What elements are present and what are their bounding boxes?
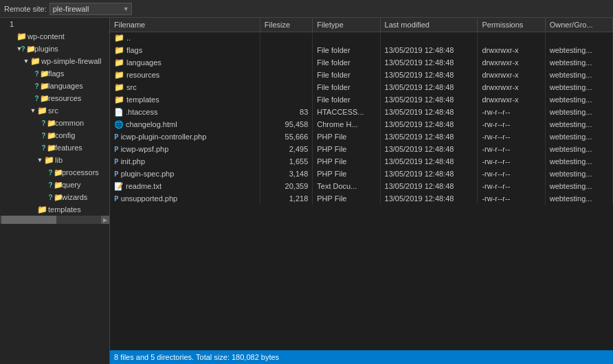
column-header-last-modified[interactable]: Last modified	[380, 18, 478, 32]
file-modified-cell: 13/05/2019 12:48:48	[380, 180, 478, 192]
file-type-cell: File folder	[313, 81, 380, 93]
folder-q-icon: ? 📁	[44, 130, 54, 140]
file-size-cell	[260, 44, 312, 56]
file-owner-cell: webtesting...	[545, 69, 612, 81]
folder-q-icon: ? 📁	[37, 93, 47, 103]
file-name-label: changelog.html	[126, 120, 177, 128]
file-name-label: languages	[126, 58, 161, 67]
status-text: 8 files and 5 directories. Total size: 1…	[114, 353, 279, 361]
file-size-cell	[260, 56, 312, 69]
column-header-filename[interactable]: Filename	[110, 18, 260, 32]
table-row[interactable]: Picwp-wpsf.php2,495PHP File13/05/2019 12…	[110, 143, 613, 155]
top-bar: Remote site: ple-firewall ▼	[0, 0, 613, 18]
folder-icon: 📁	[114, 95, 124, 104]
file-table: FilenameFilesizeFiletypeLast modifiedPer…	[110, 18, 613, 205]
file-tree-panel: 1 📁 wp-content ▼ ? 📁 plugins ▼ 📁 wp-simp…	[0, 18, 110, 364]
tree-item-query[interactable]: ? 📁 query	[0, 179, 109, 191]
table-row[interactable]: 📁languagesFile folder13/05/2019 12:48:48…	[110, 56, 613, 69]
file-owner-cell: webtesting...	[545, 44, 612, 56]
file-size-cell: 3,148	[260, 168, 312, 180]
file-name-cell: 📁resources	[110, 69, 260, 81]
file-type-cell: PHP File	[313, 130, 380, 143]
tree-item-common[interactable]: ? 📁 common	[0, 117, 109, 129]
file-permissions-cell: -rw-r--r--	[478, 118, 545, 130]
tree-item-flags[interactable]: ? 📁 flags	[0, 67, 109, 80]
column-header-owner-gro---[interactable]: Owner/Gro...	[545, 18, 612, 32]
table-row[interactable]: 📄.htaccess83HTACCESS...13/05/2019 12:48:…	[110, 106, 613, 118]
tree-item-features[interactable]: ? 📁 features	[0, 141, 109, 154]
file-owner-cell: webtesting...	[545, 168, 612, 180]
tree-item-resources[interactable]: ? 📁 resources	[0, 92, 109, 104]
folder-q-icon: ? 📁	[51, 180, 60, 190]
table-row[interactable]: 🌐changelog.html95,458Chrome H...13/05/20…	[110, 118, 613, 130]
file-owner-cell: webtesting...	[545, 143, 612, 155]
table-row[interactable]: 📁srcFile folder13/05/2019 12:48:48drwxrw…	[110, 81, 613, 93]
tree-toggle-collapse[interactable]: ▼	[29, 106, 37, 115]
tree-item-config[interactable]: ? 📁 config	[0, 129, 109, 141]
file-owner-cell: webtesting...	[545, 106, 612, 118]
folder-icon: 📁	[114, 82, 124, 92]
file-modified-cell: 13/05/2019 12:48:48	[380, 44, 478, 56]
folder-icon: 📁	[114, 33, 124, 43]
table-row[interactable]: 📁..	[110, 32, 613, 44]
file-name-cell: 📝readme.txt	[110, 180, 260, 192]
table-row[interactable]: Pinit.php1,655PHP File13/05/2019 12:48:4…	[110, 155, 613, 168]
folder-q-icon: ? 📁	[51, 168, 60, 177]
table-row[interactable]: 📁resourcesFile folder13/05/2019 12:48:48…	[110, 69, 613, 81]
file-type-cell: File folder	[313, 69, 380, 81]
column-header-permissions[interactable]: Permissions	[478, 18, 545, 32]
folder-q-icon: ? 📁	[37, 69, 47, 78]
column-header-filetype[interactable]: Filetype	[313, 18, 380, 32]
file-scroll-area[interactable]: FilenameFilesizeFiletypeLast modifiedPer…	[110, 18, 613, 350]
file-type-cell: Text Docu...	[313, 180, 380, 192]
file-size-cell: 95,458	[260, 118, 312, 130]
tree-toggle-collapse[interactable]: ▼	[36, 156, 44, 164]
tree-item-label: src	[48, 106, 58, 115]
tree-item-wizards[interactable]: ? 📁 wizards	[0, 191, 109, 203]
folder-icon: 📁	[16, 32, 26, 41]
tree-item-label: plugins	[34, 45, 58, 53]
file-size-cell	[260, 69, 312, 81]
tree-item-wp-content[interactable]: 📁 wp-content	[0, 30, 109, 43]
file-name-label: init.php	[121, 157, 145, 166]
column-header-filesize[interactable]: Filesize	[260, 18, 312, 32]
file-modified-cell	[380, 32, 478, 44]
table-row[interactable]: 📝readme.txt20,359Text Docu...13/05/2019 …	[110, 180, 613, 192]
tree-item-languages[interactable]: ? 📁 languages	[0, 80, 109, 92]
table-row[interactable]: Picwp-plugin-controller.php55,666PHP Fil…	[110, 130, 613, 143]
file-permissions-cell: drwxrwxr-x	[478, 69, 545, 81]
main-area: 1 📁 wp-content ▼ ? 📁 plugins ▼ 📁 wp-simp…	[0, 18, 613, 364]
file-size-cell: 2,495	[260, 143, 312, 155]
tree-toggle-collapse[interactable]: ▼	[22, 57, 30, 65]
folder-q-icon: ? 📁	[44, 143, 54, 152]
tree-item-wp-simple-firewall[interactable]: ▼ 📁 wp-simple-firewall	[0, 55, 109, 67]
file-owner-cell: webtesting...	[545, 192, 612, 205]
text-icon: 📝	[114, 182, 124, 191]
table-row[interactable]: 📁templatesFile folder13/05/2019 12:48:48…	[110, 93, 613, 106]
tree-item-1[interactable]: 1	[0, 18, 109, 30]
file-permissions-cell: -rw-r--r--	[478, 130, 545, 143]
remote-site-dropdown[interactable]: ple-firewall ▼	[49, 3, 132, 15]
tree-item-label: 1	[10, 20, 14, 28]
table-row[interactable]: Punsupported.php1,218PHP File13/05/2019 …	[110, 192, 613, 205]
file-list-panel: FilenameFilesizeFiletypeLast modifiedPer…	[110, 18, 613, 364]
tree-item-label: common	[55, 119, 84, 127]
table-row[interactable]: 📁flagsFile folder13/05/2019 12:48:48drwx…	[110, 44, 613, 56]
table-row[interactable]: Pplugin-spec.php3,148PHP File13/05/2019 …	[110, 168, 613, 180]
tree-item-label: templates	[48, 205, 81, 214]
file-size-cell: 1,655	[260, 155, 312, 168]
tree-item-label: wp-simple-firewall	[41, 57, 101, 65]
tree-item-lib[interactable]: ▼ 📁 lib	[0, 154, 109, 166]
tree-item-plugins[interactable]: ▼ ? 📁 plugins	[0, 43, 109, 55]
folder-icon: 📁	[44, 155, 54, 165]
file-permissions-cell	[478, 32, 545, 44]
file-name-cell: Pplugin-spec.php	[110, 168, 260, 180]
file-modified-cell: 13/05/2019 12:48:48	[380, 93, 478, 106]
htaccess-icon: 📄	[114, 108, 124, 117]
tree-item-processors[interactable]: ? 📁 processors	[0, 166, 109, 179]
tree-item-src[interactable]: ▼ 📁 src	[0, 104, 109, 117]
file-permissions-cell: -rw-r--r--	[478, 168, 545, 180]
file-owner-cell: webtesting...	[545, 130, 612, 143]
tree-item-templates[interactable]: 📁 templates	[0, 203, 109, 216]
file-permissions-cell: drwxrwxr-x	[478, 81, 545, 93]
